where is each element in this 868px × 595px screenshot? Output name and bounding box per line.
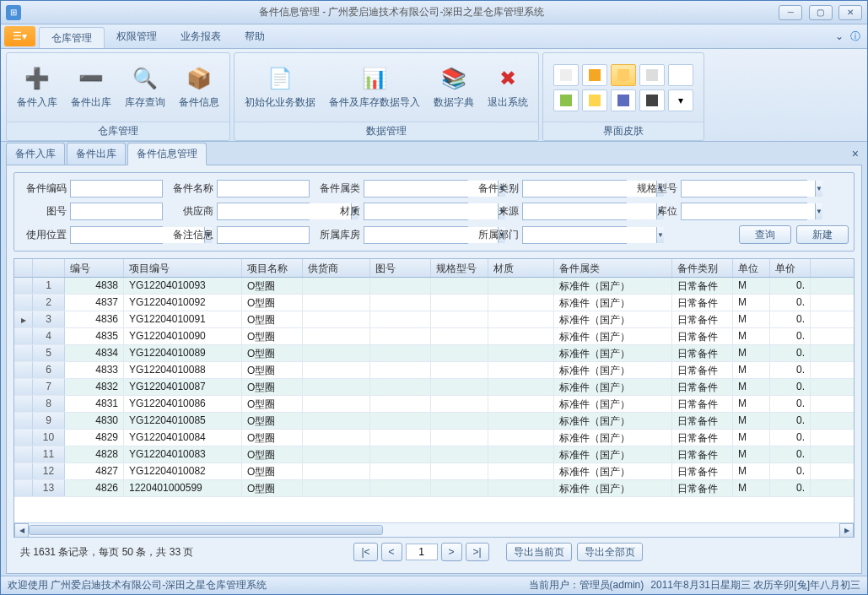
ribbon-label: 初始化业务数据 (245, 95, 315, 110)
table-row[interactable]: 54834YG12204010089O型圈标准件（国产）日常备件M0. (14, 345, 854, 362)
minimize-button[interactable]: ─ (779, 5, 802, 20)
page-first-button[interactable]: |< (353, 543, 377, 561)
skin-option[interactable] (639, 89, 665, 111)
main-menu-button[interactable]: ☰▾ (4, 26, 35, 46)
input-code[interactable] (70, 180, 163, 197)
skin-option[interactable] (582, 89, 607, 111)
cell-supplier (303, 328, 370, 344)
cell-price: 0. (770, 463, 811, 479)
col-attr[interactable]: 备件属类 (554, 259, 672, 277)
combo-loc[interactable]: ▼ (681, 203, 807, 220)
table-row[interactable]: 114828YG12204010083O型圈标准件（国产）日常备件M0. (14, 446, 854, 463)
col-cat[interactable]: 备件类别 (672, 259, 733, 277)
query-button[interactable]: 查询 (739, 225, 791, 244)
cell-spec (431, 328, 488, 344)
col-material[interactable]: 材质 (488, 259, 554, 277)
combo-warehouse[interactable]: ▼ (364, 226, 468, 244)
tab-stockin[interactable]: 备件入库 (6, 143, 65, 165)
input-name[interactable] (217, 180, 310, 197)
grid-body[interactable]: 14838YG12204010093O型圈标准件（国产）日常备件M0.24837… (14, 278, 854, 522)
combo-source[interactable]: ▼ (522, 203, 627, 220)
scroll-right-icon[interactable]: ▶ (839, 523, 854, 538)
new-button[interactable]: 新建 (796, 225, 849, 244)
export-all-button[interactable]: 导出全部页 (577, 543, 643, 561)
collapse-ribbon-icon[interactable]: ⌄ (835, 30, 844, 42)
chevron-down-icon[interactable]: ▼ (815, 203, 822, 219)
maximize-button[interactable]: ▢ (809, 5, 833, 20)
combo-spec[interactable]: ▼ (681, 180, 807, 197)
close-button[interactable]: ✕ (838, 5, 862, 20)
table-row[interactable]: 104829YG12204010084O型圈标准件（国产）日常备件M0. (14, 430, 854, 446)
skin-option[interactable] (553, 64, 579, 86)
ribbon-group-warehouse: ➕备件入库➖备件出库🔍库存查询📦备件信息 仓库管理 (6, 52, 230, 141)
chevron-down-icon[interactable]: ▼ (656, 227, 664, 243)
ribbon-group-label: 数据管理 (235, 122, 538, 140)
ribbon-button[interactable]: ➕备件入库 (12, 62, 62, 113)
page-last-button[interactable]: >| (466, 543, 489, 561)
cell-supplier (303, 463, 370, 479)
row-indicator (14, 328, 33, 344)
col-supplier[interactable]: 供货商 (303, 259, 370, 277)
combo-material[interactable]: ▼ (364, 203, 468, 220)
menu-reports[interactable]: 业务报表 (169, 24, 233, 48)
table-row[interactable]: 64833YG12204010088O型圈标准件（国产）日常备件M0. (14, 362, 854, 379)
skin-option[interactable] (639, 64, 665, 86)
page-prev-button[interactable]: < (381, 543, 402, 561)
col-pno[interactable]: 项目编号 (124, 259, 242, 277)
cell-price: 0. (770, 430, 811, 446)
skin-more-icon[interactable]: ▾ (668, 89, 693, 111)
skin-option[interactable] (668, 64, 693, 86)
ribbon-button[interactable]: ✖退出系统 (483, 62, 533, 113)
ribbon-button[interactable]: 📚数据字典 (429, 62, 479, 113)
skin-option[interactable] (611, 89, 636, 111)
tab-stockout[interactable]: 备件出库 (67, 143, 126, 165)
combo-dept[interactable]: ▼ (522, 226, 627, 244)
table-row[interactable]: 1348261220401000599O型圈标准件（国产）日常备件M0. (14, 480, 854, 497)
combo-supplier[interactable]: ▼ (217, 203, 310, 220)
ribbon-button[interactable]: 📦备件信息 (174, 62, 224, 113)
scroll-left-icon[interactable]: ◀ (14, 523, 29, 538)
menu-warehouse[interactable]: 仓库管理 (39, 27, 105, 48)
skin-option[interactable] (611, 64, 636, 86)
col-draw[interactable]: 图号 (370, 259, 431, 277)
col-unit[interactable]: 单位 (733, 259, 770, 277)
table-row[interactable]: 44835YG12204010090O型圈标准件（国产）日常备件M0. (14, 328, 854, 345)
table-row[interactable]: 74832YG12204010087O型圈标准件（国产）日常备件M0. (14, 379, 854, 396)
skin-option[interactable] (553, 89, 579, 111)
ribbon-button[interactable]: ➖备件出库 (66, 62, 116, 113)
table-row[interactable]: 14838YG12204010093O型圈标准件（国产）日常备件M0. (14, 278, 854, 295)
combo-attr[interactable]: ▼ (364, 180, 468, 197)
cell-supplier (303, 362, 370, 378)
cell-material (488, 379, 554, 395)
menu-help[interactable]: 帮助 (233, 24, 277, 48)
col-pname[interactable]: 项目名称 (242, 259, 303, 277)
ribbon-button[interactable]: 🔍库存查询 (120, 62, 170, 113)
page-number-input[interactable] (406, 544, 438, 560)
combo-cat[interactable]: ▼ (522, 180, 627, 197)
chevron-down-icon[interactable]: ▼ (815, 181, 822, 197)
col-no[interactable]: 编号 (65, 259, 124, 277)
menu-permission[interactable]: 权限管理 (105, 24, 169, 48)
input-remark[interactable] (217, 226, 310, 244)
ribbon-button[interactable]: 📄初始化业务数据 (240, 62, 321, 113)
export-current-button[interactable]: 导出当前页 (506, 543, 572, 561)
combo-usepos[interactable]: ▼ (70, 226, 163, 244)
skin-option[interactable] (582, 64, 607, 86)
table-row[interactable]: 84831YG12204010086O型圈标准件（国产）日常备件M0. (14, 396, 854, 413)
ribbon-button[interactable]: 📊备件及库存数据导入 (324, 62, 425, 113)
help-icon[interactable]: ⓘ (850, 30, 860, 44)
page-next-button[interactable]: > (441, 543, 462, 561)
tab-close-icon[interactable]: × (852, 147, 859, 160)
table-row[interactable]: ▸34836YG12204010091O型圈标准件（国产）日常备件M0. (14, 311, 854, 328)
input-draw[interactable] (70, 203, 163, 220)
scrollbar-thumb[interactable] (29, 525, 383, 535)
cell-spec (431, 345, 488, 361)
horizontal-scrollbar[interactable]: ◀ ▶ (14, 522, 854, 537)
col-spec[interactable]: 规格型号 (431, 259, 488, 277)
table-row[interactable]: 124827YG12204010082O型圈标准件（国产）日常备件M0. (14, 463, 854, 480)
tab-partinfo[interactable]: 备件信息管理 (127, 143, 207, 165)
table-row[interactable]: 24837YG12204010092O型圈标准件（国产）日常备件M0. (14, 295, 854, 311)
table-row[interactable]: 94830YG12204010085O型圈标准件（国产）日常备件M0. (14, 413, 854, 430)
col-price[interactable]: 单价 (770, 259, 811, 277)
cell-pname: O型圈 (242, 446, 303, 462)
